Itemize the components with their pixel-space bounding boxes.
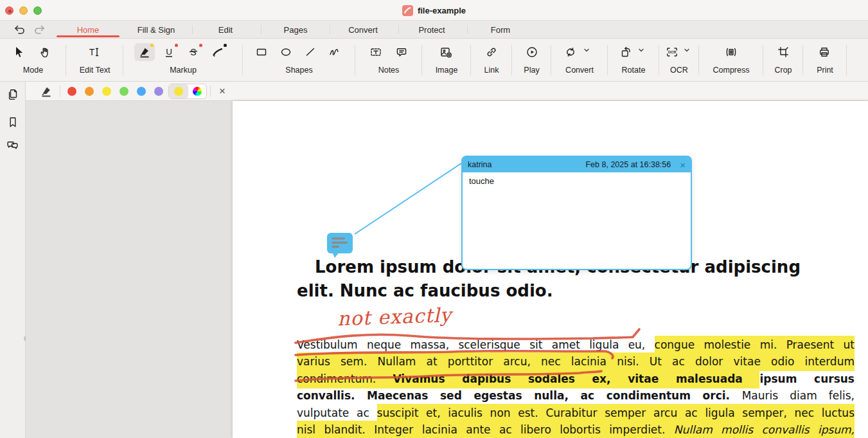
comment-body[interactable]: touche	[463, 172, 691, 190]
convert-cycle-icon	[564, 46, 577, 59]
highlighter-icon	[40, 85, 53, 98]
section-mode: Mode	[0, 39, 66, 82]
play-button[interactable]	[522, 43, 542, 61]
custom-color-cell[interactable]	[188, 84, 206, 98]
pen-tool-button[interactable]	[208, 43, 228, 61]
insert-link-button[interactable]	[481, 43, 502, 61]
printer-icon	[818, 46, 831, 59]
bookmarks-panel-button[interactable]	[6, 116, 19, 129]
svg-text:U: U	[166, 47, 172, 57]
convert-button[interactable]	[560, 43, 581, 61]
section-ocr: OCR OCR	[659, 39, 699, 82]
color-swatch[interactable]	[120, 87, 128, 96]
underline-tool-button[interactable]: U	[159, 43, 179, 61]
undo-button[interactable]	[12, 23, 27, 37]
ellipse-shape-button[interactable]	[276, 43, 296, 61]
tab-convert[interactable]: Convert	[337, 21, 389, 39]
chevron-down-icon[interactable]	[583, 47, 590, 53]
tool-color-dot	[175, 44, 178, 47]
color-swatch[interactable]	[137, 87, 146, 96]
select-mode-button[interactable]	[9, 43, 30, 61]
active-tab-underline	[57, 35, 120, 37]
selected-color-cell[interactable]	[169, 84, 188, 98]
highlighted-text-run: Nullam mollis convallis ipsum,	[674, 421, 855, 438]
tab-protect[interactable]: Protect	[406, 21, 457, 39]
section-image: Image	[422, 39, 471, 82]
chevron-down-icon[interactable]	[684, 47, 690, 53]
color-swatch[interactable]	[154, 87, 163, 96]
tab-fill-and-sign[interactable]: Fill & Sign	[124, 21, 188, 39]
color-swatch[interactable]	[67, 87, 76, 96]
image-add-icon	[439, 46, 452, 59]
section-link: Link	[471, 39, 512, 82]
pdf-page[interactable]: Lorem ipsum dolor sit amet, consectetur …	[233, 101, 868, 438]
hand-icon	[40, 46, 53, 59]
section-label-edit-text: Edit Text	[66, 66, 123, 75]
window-title-group: file-example	[0, 0, 868, 21]
comment-timestamp: Feb 8, 2025 at 16:38:56	[585, 160, 671, 169]
ellipse-icon	[279, 46, 292, 59]
section-label-compress: Compress	[699, 66, 763, 75]
section-label-ocr: OCR	[659, 66, 699, 75]
section-play: Play	[512, 39, 551, 82]
insert-image-button[interactable]	[436, 43, 456, 61]
comment-popup-header[interactable]: katrina Feb 8, 2025 at 16:38:56 ×	[463, 157, 691, 172]
ocr-button[interactable]: OCR	[662, 43, 682, 61]
window-title: file-example	[418, 6, 466, 15]
comment-bubble-icon	[395, 46, 408, 59]
pages-icon	[6, 88, 19, 101]
thumbnails-panel-button[interactable]	[6, 88, 19, 101]
strikethrough-tool-button[interactable]: S	[183, 43, 204, 61]
sticky-note-icon[interactable]	[326, 232, 353, 262]
section-print: Print	[803, 39, 847, 82]
tool-color-dot	[199, 44, 202, 47]
chevron-down-icon[interactable]	[638, 47, 644, 53]
close-icon: ×	[219, 85, 226, 98]
underline-icon: U	[163, 46, 175, 59]
highlight-tool-button[interactable]	[134, 43, 155, 61]
compress-icon	[725, 46, 738, 59]
hand-mode-button[interactable]	[36, 43, 57, 61]
main-toolbar: Mode T Edit Text U S	[0, 39, 868, 82]
color-swatch[interactable]	[85, 87, 94, 96]
section-label-markup: Markup	[123, 66, 243, 75]
annotation-toolbar: ×	[26, 82, 868, 101]
tab-edit[interactable]: Edit	[200, 21, 251, 39]
highlighted-text-run: varius sem. Nullam at porttitor arcu, ne…	[297, 352, 855, 371]
paragraph-line: condimentum. Vivamus dapibus sodales ex,…	[297, 370, 855, 387]
color-swatch[interactable]	[102, 87, 111, 96]
text-note-button[interactable]	[366, 43, 386, 61]
print-button[interactable]	[814, 43, 835, 61]
section-shapes: Shapes	[243, 39, 355, 82]
comment-popup[interactable]: katrina Feb 8, 2025 at 16:38:56 × touche	[461, 156, 692, 270]
tab-pages[interactable]: Pages	[270, 21, 321, 39]
comments-panel-button[interactable]	[6, 138, 19, 151]
text-run: convallis. Maecenas sed egestas nulla, a…	[297, 389, 742, 402]
highlighted-text-run: congue molestie mi. Praesent ut	[655, 336, 855, 354]
scribble-icon	[328, 46, 341, 59]
strikethrough-icon: S	[187, 46, 200, 59]
comment-author: katrina	[468, 160, 585, 169]
rectangle-shape-button[interactable]	[251, 43, 272, 61]
close-annotation-bar-button[interactable]: ×	[214, 83, 231, 100]
paragraph-line: nisl blandit. Integer lacinia ante ac li…	[297, 421, 855, 438]
section-label-play: Play	[512, 66, 551, 75]
highlighted-text-run: condimentum.	[297, 370, 393, 388]
edit-text-button[interactable]: T	[84, 43, 105, 61]
close-icon[interactable]: ×	[680, 160, 686, 170]
rotate-icon	[619, 46, 632, 59]
section-rotate: Rotate	[608, 39, 659, 82]
redo-button[interactable]	[32, 23, 48, 37]
highlighter-icon	[138, 46, 151, 59]
ribbon-tab-bar: Home Fill & Sign Edit Pages Convert Prot…	[0, 21, 868, 39]
tab-form[interactable]: Form	[475, 21, 526, 39]
comment-note-button[interactable]	[391, 43, 412, 61]
ink-annotation-text[interactable]: not exactly	[337, 304, 452, 330]
scribble-shape-button[interactable]	[324, 43, 345, 61]
compress-button[interactable]	[721, 43, 741, 61]
section-markup: U S Markup	[123, 39, 243, 82]
svg-text:T: T	[89, 47, 95, 57]
rotate-button[interactable]	[616, 43, 636, 61]
crop-button[interactable]	[773, 43, 793, 61]
line-shape-button[interactable]	[300, 43, 321, 61]
